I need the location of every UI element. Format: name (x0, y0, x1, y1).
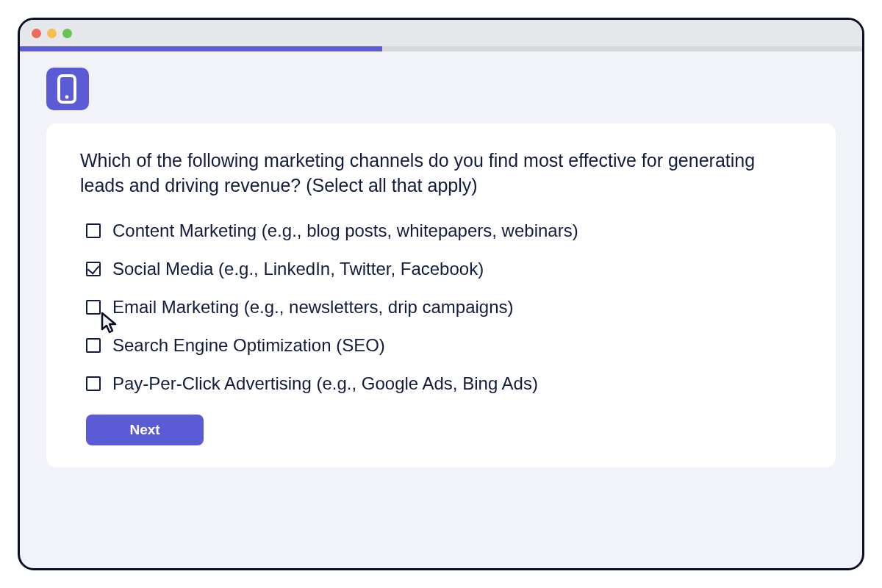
option-ppc[interactable]: Pay-Per-Click Advertising (e.g., Google … (86, 375, 802, 392)
progress-bar-fill (20, 46, 382, 51)
options-list: Content Marketing (e.g., blog posts, whi… (80, 222, 802, 392)
checkbox-icon[interactable] (86, 300, 101, 315)
window-close-button[interactable] (32, 29, 41, 38)
header (20, 51, 862, 123)
option-content-marketing[interactable]: Content Marketing (e.g., blog posts, whi… (86, 222, 802, 240)
progress-bar (20, 46, 862, 51)
survey-card: Which of the following marketing channel… (46, 123, 836, 467)
checkbox-icon[interactable] (86, 223, 101, 238)
app-window: Which of the following marketing channel… (18, 18, 864, 570)
app-logo (46, 68, 89, 110)
question-text: Which of the following marketing channel… (80, 148, 802, 198)
option-label: Pay-Per-Click Advertising (e.g., Google … (112, 375, 538, 392)
checkbox-icon[interactable] (86, 338, 101, 353)
option-label: Search Engine Optimization (SEO) (112, 337, 385, 354)
phone-icon (56, 74, 79, 104)
option-label: Email Marketing (e.g., newsletters, drip… (112, 298, 514, 316)
checkbox-icon[interactable] (86, 376, 101, 391)
checkbox-icon[interactable] (86, 262, 101, 276)
option-label: Social Media (e.g., LinkedIn, Twitter, F… (112, 260, 484, 278)
option-email-marketing[interactable]: Email Marketing (e.g., newsletters, drip… (86, 298, 802, 316)
svg-point-1 (65, 96, 69, 99)
option-label: Content Marketing (e.g., blog posts, whi… (112, 222, 578, 240)
option-seo[interactable]: Search Engine Optimization (SEO) (86, 337, 802, 354)
window-titlebar (20, 20, 862, 46)
next-button[interactable]: Next (86, 415, 204, 445)
window-maximize-button[interactable] (62, 29, 72, 38)
window-minimize-button[interactable] (47, 29, 57, 38)
option-social-media[interactable]: Social Media (e.g., LinkedIn, Twitter, F… (86, 260, 802, 278)
